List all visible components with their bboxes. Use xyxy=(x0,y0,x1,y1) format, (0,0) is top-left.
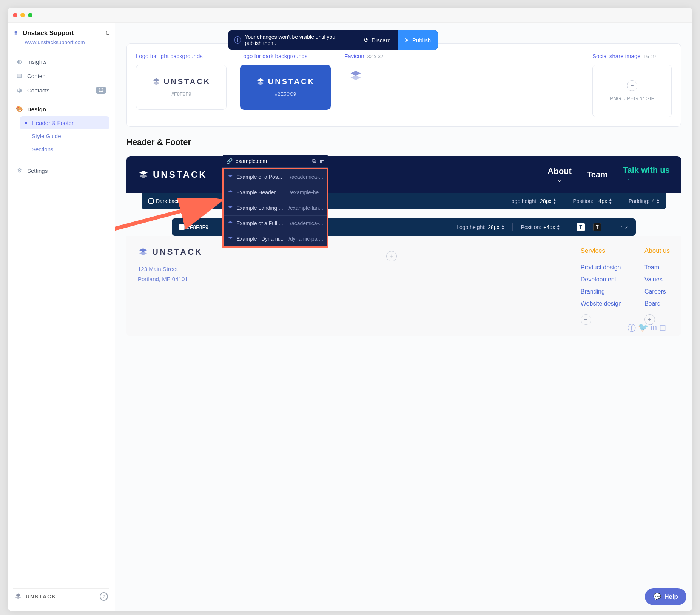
footer-link[interactable]: Development xyxy=(581,274,622,286)
sidebar: Unstack Support ⇅ www.unstacksupport.com… xyxy=(8,23,115,611)
nav-about[interactable]: About ⌄ xyxy=(547,166,572,183)
stepper-icon: ▴▾ xyxy=(554,198,556,204)
gear-icon: ⚙ xyxy=(16,167,23,174)
share-label: Social share image 16 : 9 xyxy=(592,53,672,59)
maximize-dot[interactable] xyxy=(28,13,32,17)
stepper-icon: ▴▾ xyxy=(557,224,560,231)
footer-preview: UNSTACK 123 Main Street Portland, ME 041… xyxy=(126,236,681,336)
suggestion-item[interactable]: Example of a Full ... /academica-... xyxy=(224,216,327,231)
brand-light-label: Logo for light backgrounds xyxy=(136,53,227,59)
nav-cta[interactable]: Talk with us → xyxy=(623,165,670,184)
sidebar-item-contacts[interactable]: ◕ Contacts 12 xyxy=(13,83,109,97)
sidebar-label: Header & Footer xyxy=(32,120,74,126)
sidebar-item-header-footer[interactable]: Header & Footer xyxy=(20,116,109,129)
share-upload[interactable]: + PNG, JPEG or GIF xyxy=(592,65,672,117)
sidebar-item-content[interactable]: ▤ Content xyxy=(13,69,109,83)
position-control[interactable]: Position: +4px ▴▾ xyxy=(573,198,611,204)
publish-message: Your changes won't be visible until you … xyxy=(245,34,351,46)
stepper-icon: ▴▾ xyxy=(502,224,504,231)
document-icon: ▤ xyxy=(16,72,23,79)
svg-line-0 xyxy=(115,201,217,232)
footer-link[interactable]: Values xyxy=(644,274,670,286)
facebook-icon[interactable]: ⓕ xyxy=(628,323,636,334)
favicon-upload[interactable] xyxy=(344,65,367,87)
section-title: Header & Footer xyxy=(126,137,681,147)
sidebar-item-design[interactable]: 🎨 Design xyxy=(13,102,109,116)
stack-icon xyxy=(349,70,362,82)
sidebar-item-insights[interactable]: ◐ Insights xyxy=(13,54,109,69)
close-dot[interactable] xyxy=(13,13,17,17)
contacts-badge: 12 xyxy=(96,87,106,94)
add-column-button[interactable]: + xyxy=(386,251,397,261)
favicon-label: Favicon 32 x 32 xyxy=(344,53,383,59)
footer-link[interactable]: Careers xyxy=(644,286,670,298)
help-icon[interactable]: ? xyxy=(100,592,108,601)
footer-link[interactable]: Website design xyxy=(581,298,622,310)
logo-height-control[interactable]: ogo height: 28px ▴▾ xyxy=(512,198,556,204)
suggestion-item[interactable]: Example Landing ... /example-lan... xyxy=(224,200,327,216)
chat-icon: 💬 xyxy=(653,593,661,601)
link-icon: 🔗 xyxy=(226,158,233,164)
sidebar-label: Sections xyxy=(32,146,54,152)
suggestion-item[interactable]: Example | Dynami... /dynamic-par... xyxy=(224,231,327,246)
text-dark-toggle[interactable]: T xyxy=(593,223,601,231)
stack-icon xyxy=(152,78,161,86)
help-button[interactable]: 💬 Help xyxy=(645,588,686,605)
sidebar-label: Contacts xyxy=(27,87,49,94)
suggestion-item[interactable]: Example Header ... /example-he... xyxy=(224,185,327,200)
trash-icon[interactable]: 🗑 xyxy=(319,158,324,164)
info-icon: i xyxy=(234,36,241,44)
org-switcher[interactable]: Unstack Support ⇅ xyxy=(13,29,109,37)
sidebar-footer: UNSTACK ? xyxy=(13,588,109,604)
footer-address-1[interactable]: 123 Main Street xyxy=(138,264,203,274)
footer-col-title[interactable]: About us xyxy=(644,247,670,255)
sidebar-item-style-guide[interactable]: Style Guide xyxy=(20,129,109,143)
link-suggestions: Example of a Pos... /academica-... Examp… xyxy=(222,168,328,248)
footer-address-2[interactable]: Portland, ME 04101 xyxy=(138,274,203,284)
publish-button[interactable]: ➤ Publish xyxy=(398,30,438,50)
linkedin-icon[interactable]: in xyxy=(651,323,657,334)
twitter-icon[interactable]: 🐦 xyxy=(638,323,648,334)
link-input[interactable] xyxy=(236,158,309,164)
main-content: i Your changes won't be visible until yo… xyxy=(115,23,692,611)
stack-icon xyxy=(227,174,233,180)
discard-button[interactable]: ↺ Discard xyxy=(357,30,398,50)
nav-team[interactable]: Team xyxy=(587,170,608,180)
plus-icon: + xyxy=(627,80,637,91)
padding-control[interactable]: Padding: 4 ▴▾ xyxy=(629,198,659,204)
brand-dark-label: Logo for dark backgrounds xyxy=(240,53,331,59)
sidebar-item-sections[interactable]: Sections xyxy=(20,143,109,156)
sidebar-label: Insights xyxy=(27,58,47,65)
chevron-updown-icon: ⇅ xyxy=(105,30,109,36)
new-tab-icon[interactable]: ⧉ xyxy=(312,158,316,164)
sidebar-label: Design xyxy=(27,106,46,112)
add-link-button[interactable]: + xyxy=(581,314,591,325)
org-url[interactable]: www.unstacksupport.com xyxy=(25,39,109,45)
arrow-right-icon: → xyxy=(623,175,670,184)
logo-height-control[interactable]: Logo height: 28px ▴▾ xyxy=(456,224,504,231)
stepper-icon: ▴▾ xyxy=(609,198,612,204)
footer-col-title[interactable]: Services xyxy=(581,247,622,255)
link-editor: 🔗 ⧉ 🗑 xyxy=(222,155,328,168)
footer-link[interactable]: Branding xyxy=(581,286,622,298)
suggestion-item[interactable]: Example of a Pos... /academica-... xyxy=(224,169,327,185)
stack-icon xyxy=(227,205,233,211)
footer-link[interactable]: Product design xyxy=(581,261,622,274)
person-icon: ◕ xyxy=(16,87,23,94)
instagram-icon[interactable]: ◻ xyxy=(659,323,666,334)
sidebar-item-settings[interactable]: ⚙ Settings xyxy=(13,163,109,178)
text-light-toggle[interactable]: T xyxy=(577,223,585,231)
sidebar-label: Style Guide xyxy=(32,133,61,139)
footer-link[interactable]: Team xyxy=(644,261,670,274)
stack-icon xyxy=(14,593,22,600)
sidebar-label: Settings xyxy=(27,168,48,174)
stack-icon xyxy=(227,190,233,195)
logo-light-upload[interactable]: UNSTACK #F8F8F9 xyxy=(136,65,227,110)
header-preview: UNSTACK About ⌄ Team Talk with us → xyxy=(126,156,681,193)
minimize-dot[interactable] xyxy=(20,13,25,17)
position-control[interactable]: Position: +4px ▴▾ xyxy=(521,224,560,231)
stripes-icon[interactable]: ⟋⟋ xyxy=(618,224,629,230)
undo-icon: ↺ xyxy=(364,37,369,43)
logo-dark-upload[interactable]: UNSTACK #2E5CC9 xyxy=(240,65,331,110)
footer-link[interactable]: Board xyxy=(644,298,670,310)
